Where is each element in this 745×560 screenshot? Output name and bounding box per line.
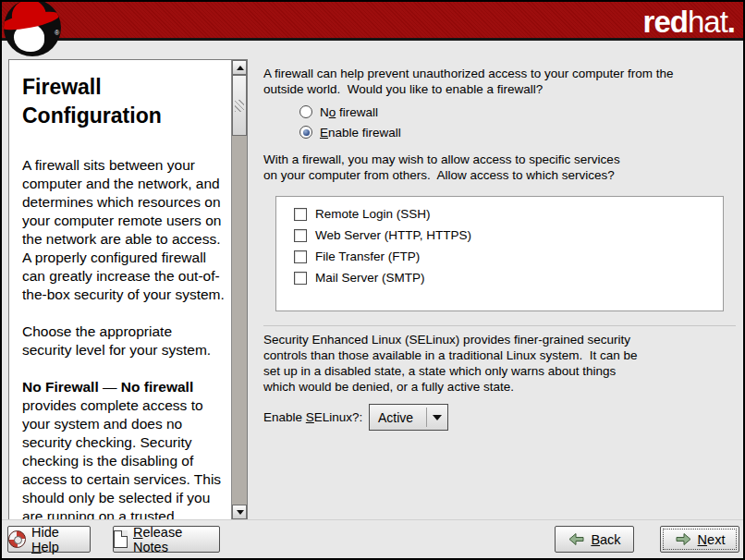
selinux-desc-line4: which would be denied, or a fully active… bbox=[263, 379, 637, 395]
radio-icon-unselected[interactable] bbox=[299, 105, 312, 118]
checkbox-ssh-label: Remote Login (SSH) bbox=[315, 207, 431, 221]
checkbox-ftp[interactable] bbox=[294, 250, 307, 263]
redhat-shadowman-icon: ® bbox=[4, 0, 61, 56]
back-arrow-icon bbox=[568, 532, 585, 546]
selinux-desc-line3: set up in a disabled state, a state whic… bbox=[263, 363, 637, 379]
registered-trademark: ® bbox=[55, 30, 59, 36]
help-bold-no-firewall: No Firewall bbox=[22, 379, 99, 395]
help-panel: Firewall Configuration A firewall sits b… bbox=[8, 59, 248, 520]
wordmark-dot: . bbox=[727, 5, 735, 39]
firewall-intro-line1: A firewall can help prevent unauthorized… bbox=[263, 66, 673, 81]
help-bold-no-firewall-2: No firewall bbox=[121, 379, 193, 395]
checkbox-http-label: Web Server (HTTP, HTTPS) bbox=[315, 228, 471, 242]
firewall-config-pane: A firewall can help prevent unauthorized… bbox=[263, 2, 740, 521]
help-paragraph-2: Choose the appropriate security level fo… bbox=[22, 323, 225, 359]
services-intro-line2: on your computer from others. Allow acce… bbox=[263, 167, 620, 183]
scroll-down-button[interactable] bbox=[232, 505, 247, 519]
firewall-radio-group: No firewall Enable firewall bbox=[299, 102, 401, 142]
firewall-intro: A firewall can help prevent unauthorized… bbox=[263, 66, 673, 97]
selinux-combobox[interactable]: Active bbox=[369, 404, 448, 431]
scroll-thumb[interactable] bbox=[232, 75, 247, 136]
header-bar: redhat. bbox=[2, 2, 743, 41]
scroll-up-button[interactable] bbox=[232, 60, 247, 75]
back-button[interactable]: Back bbox=[555, 526, 634, 553]
release-notes-button[interactable]: Release Notes bbox=[113, 526, 220, 553]
wordmark-hat: hat bbox=[688, 5, 727, 39]
service-row-smtp[interactable]: Mail Server (SMTP) bbox=[294, 267, 723, 288]
redhat-wordmark: redhat. bbox=[643, 3, 735, 41]
help-scrollbar[interactable] bbox=[231, 60, 247, 519]
document-icon bbox=[114, 530, 128, 548]
next-button[interactable]: Next bbox=[660, 526, 739, 553]
service-row-ftp[interactable]: File Transfer (FTP) bbox=[294, 246, 723, 267]
selinux-label: Enable SELinux?: bbox=[263, 404, 362, 431]
radio-no-firewall-label: No firewall bbox=[320, 105, 378, 119]
help-paragraph-3: No Firewall — No firewall provides compl… bbox=[22, 378, 225, 519]
checkbox-smtp[interactable] bbox=[294, 272, 307, 285]
radio-no-firewall[interactable]: No firewall bbox=[299, 102, 401, 122]
wordmark-red: red bbox=[643, 5, 688, 39]
footer-bar: Hide Help Release Notes Back Next bbox=[2, 519, 743, 558]
release-notes-label: Release Notes bbox=[133, 525, 219, 554]
service-row-http[interactable]: Web Server (HTTP, HTTPS) bbox=[294, 225, 723, 246]
radio-enable-firewall[interactable]: Enable firewall bbox=[299, 122, 401, 142]
selinux-description: Security Enhanced Linux (SELinux) provid… bbox=[263, 332, 637, 395]
next-arrow-icon bbox=[675, 532, 692, 546]
checkbox-smtp-label: Mail Server (SMTP) bbox=[315, 271, 425, 285]
hide-help-label: Hide Help bbox=[31, 525, 90, 554]
checkbox-http[interactable] bbox=[294, 229, 307, 242]
services-intro-line1: With a firewall, you may wish to allow a… bbox=[263, 152, 620, 167]
firewall-intro-line2: outside world. Would you like to enable … bbox=[263, 81, 673, 97]
scroll-up-arrow-icon bbox=[237, 66, 244, 70]
services-intro: With a firewall, you may wish to allow a… bbox=[263, 152, 620, 183]
checkbox-ftp-label: File Transfer (FTP) bbox=[315, 250, 420, 263]
checkbox-ssh[interactable] bbox=[294, 208, 307, 221]
next-label: Next bbox=[698, 532, 726, 547]
installer-window: redhat. ® Firewall Configuration A firew… bbox=[0, 0, 745, 560]
service-row-ssh[interactable]: Remote Login (SSH) bbox=[294, 203, 723, 225]
lifebuoy-help-icon bbox=[8, 530, 26, 548]
combo-arrow-box bbox=[427, 415, 447, 420]
services-box: Remote Login (SSH) Web Server (HTTP, HTT… bbox=[275, 196, 724, 311]
chevron-down-icon bbox=[433, 415, 442, 420]
section-separator bbox=[263, 325, 736, 326]
selinux-desc-line1: Security Enhanced Linux (SELinux) provid… bbox=[263, 332, 637, 347]
help-text: Firewall Configuration A firewall sits b… bbox=[10, 60, 230, 519]
radio-enable-firewall-label: Enable firewall bbox=[320, 126, 401, 140]
selinux-desc-line2: controls than those available in a tradi… bbox=[263, 347, 637, 363]
help-paragraph-1: A firewall sits between your computer an… bbox=[22, 156, 225, 304]
hide-help-button[interactable]: Hide Help bbox=[7, 526, 91, 553]
help-dash: — bbox=[99, 379, 121, 395]
radio-icon-selected[interactable] bbox=[299, 126, 312, 139]
help-title: Firewall Configuration bbox=[22, 73, 225, 130]
help-paragraph-3-rest: provides complete access to your system … bbox=[22, 397, 221, 519]
selinux-selected-value: Active bbox=[370, 410, 426, 425]
selinux-row: Enable SELinux?: Active bbox=[263, 404, 362, 431]
back-label: Back bbox=[591, 532, 620, 547]
scroll-down-arrow-icon bbox=[237, 510, 244, 515]
